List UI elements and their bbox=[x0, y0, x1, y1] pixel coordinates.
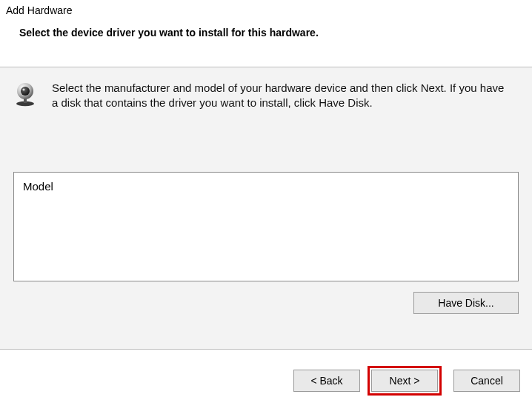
instruction-row: Select the manufacturer and model of you… bbox=[13, 81, 519, 111]
svg-point-3 bbox=[21, 87, 30, 96]
have-disk-row: Have Disk... bbox=[13, 292, 519, 314]
have-disk-button[interactable]: Have Disk... bbox=[413, 292, 519, 314]
svg-point-4 bbox=[22, 88, 24, 90]
page-subtitle: Select the device driver you want to ins… bbox=[19, 27, 526, 39]
add-hardware-wizard: Add Hardware Select the device driver yo… bbox=[0, 0, 532, 417]
model-column-header: Model bbox=[23, 180, 509, 193]
wizard-content: Select the manufacturer and model of you… bbox=[0, 67, 532, 349]
next-button[interactable]: Next > bbox=[371, 370, 438, 392]
wizard-header: Add Hardware Select the device driver yo… bbox=[0, 0, 532, 53]
model-listbox[interactable]: Model bbox=[13, 172, 519, 281]
webcam-icon bbox=[13, 82, 39, 107]
wizard-footer: < Back Next > Cancel bbox=[0, 350, 532, 396]
back-button[interactable]: < Back bbox=[293, 370, 360, 392]
cancel-button[interactable]: Cancel bbox=[453, 370, 520, 392]
next-button-highlight: Next > bbox=[368, 366, 442, 396]
page-title: Add Hardware bbox=[6, 4, 526, 16]
instruction-text: Select the manufacturer and model of you… bbox=[52, 81, 511, 111]
